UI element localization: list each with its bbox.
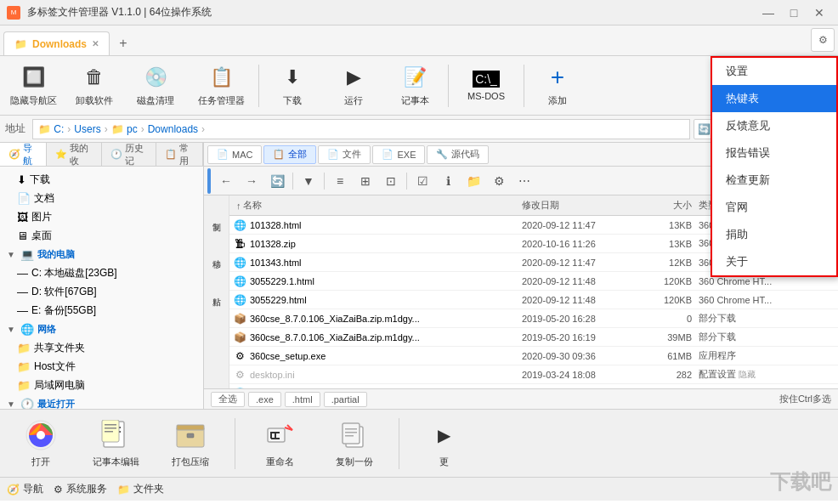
path-item-downloads[interactable]: Downloads bbox=[148, 123, 198, 135]
rename-button[interactable]: 重命名 bbox=[246, 414, 314, 473]
select-button[interactable]: ☑ bbox=[411, 170, 434, 192]
file-row[interactable]: 📦360cse_8.7.0.106_XiaZaiBa.zip.m1dgy... … bbox=[229, 328, 838, 347]
history-icon: 🕐 bbox=[110, 149, 122, 160]
add-tab-button[interactable]: + bbox=[113, 33, 133, 54]
more-bottom-button[interactable]: ▶ 更 bbox=[410, 414, 478, 473]
tree-section-network[interactable]: ▼ 🌐 网络 bbox=[0, 320, 203, 338]
path-item-c[interactable]: 📁 C: bbox=[38, 123, 64, 135]
col-size-header[interactable]: 大小 bbox=[641, 199, 692, 212]
window-controls: — □ ✕ bbox=[756, 3, 831, 22]
tree-section-recent[interactable]: ▼ 🕐 最近打开 bbox=[0, 394, 203, 409]
content-tab-file[interactable]: 📄 文件 bbox=[318, 145, 371, 164]
view-button[interactable]: ⊞ bbox=[354, 170, 377, 192]
add-button[interactable]: + 添加 bbox=[528, 59, 587, 112]
disk-clean-button[interactable]: 💿 磁盘清理 bbox=[126, 59, 185, 112]
file-row[interactable]: 📦360cse_8.7.0.106_XiaZaiBa.zip.m1dgy... … bbox=[229, 309, 838, 328]
content-tab-mac[interactable]: 📄 MAC bbox=[207, 145, 262, 164]
close-button[interactable]: ✕ bbox=[807, 3, 831, 22]
dropdown-item-website[interactable]: 官网 bbox=[712, 194, 836, 221]
filter-partial-button[interactable]: .partial bbox=[324, 392, 367, 407]
file-row[interactable]: 🌐3055229.html 2020-09-12 11:48 120KB 360… bbox=[229, 291, 838, 309]
file-name-text: 101343.html bbox=[250, 258, 302, 268]
copy-one-button[interactable]: 复制一份 bbox=[320, 414, 388, 473]
nav-bar-item-sys[interactable]: ⚙ 系统服务 bbox=[54, 482, 107, 496]
notepad-edit-button[interactable]: 记事本编辑 bbox=[82, 414, 150, 473]
tree-item-images[interactable]: 🖼 图片 bbox=[0, 207, 203, 226]
content-tab-source[interactable]: 🔧 源代码 bbox=[427, 145, 489, 164]
tree-item-docs[interactable]: 📄 文档 bbox=[0, 189, 203, 207]
archive-button[interactable]: 打包压缩 bbox=[156, 414, 224, 473]
dropdown-item-about[interactable]: 关于 bbox=[712, 248, 836, 275]
settings-icon[interactable]: ⚙ bbox=[811, 28, 835, 52]
tree-item-drive-c[interactable]: — C: 本地磁盘[23GB] bbox=[0, 263, 203, 282]
content-tab-all[interactable]: 📋 全部 bbox=[263, 145, 316, 164]
properties-button[interactable]: ℹ bbox=[436, 170, 460, 192]
file-row[interactable]: ⚙desktop.ini 2019-03-24 18:08 282 配置设置 隐… bbox=[229, 365, 838, 384]
move-action-button[interactable]: 移动 bbox=[207, 236, 227, 270]
nav-bar-item-nav[interactable]: 🧭 导航 bbox=[7, 482, 43, 496]
tree-item-drive-d[interactable]: — D: 软件[67GB] bbox=[0, 282, 203, 301]
filter-button[interactable]: ▼ bbox=[297, 170, 320, 192]
back-button[interactable]: ← bbox=[214, 170, 238, 192]
dropdown-item-update[interactable]: 检查更新 bbox=[712, 167, 836, 194]
run-button[interactable]: ▶ 运行 bbox=[324, 59, 383, 112]
copy-action-button[interactable]: 复制 bbox=[207, 199, 227, 233]
filter-exe-button[interactable]: .exe bbox=[248, 392, 281, 407]
dropdown-item-settings[interactable]: 设置 bbox=[712, 58, 836, 85]
path-sep2: › bbox=[105, 123, 108, 135]
minimize-button[interactable]: — bbox=[756, 3, 780, 22]
tree-item-hosts[interactable]: 📁 Host文件 bbox=[0, 357, 203, 376]
dropdown-item-hotkeys[interactable]: 热键表 bbox=[712, 85, 836, 112]
path-item-users[interactable]: Users bbox=[74, 123, 100, 135]
file-type: 360 Chrome HT... bbox=[692, 276, 835, 286]
tree-section-mypc[interactable]: ▼ 💻 我的电脑 bbox=[0, 245, 203, 263]
open-bottom-button[interactable]: 打开 bbox=[7, 414, 75, 473]
sidebar-tab-common[interactable]: 📋 常用 bbox=[156, 143, 203, 166]
my-label: 我的收 bbox=[70, 143, 93, 167]
title-bar-left: M 多标签文件管理器 V1.1.0 | 64位操作系统 bbox=[7, 5, 212, 20]
file-row[interactable]: ⚙360cse_setup.exe 2020-09-30 09:36 61MB … bbox=[229, 347, 838, 365]
download-button[interactable]: ⬇ 下载 bbox=[263, 59, 322, 112]
settings2-button[interactable]: ⚙ bbox=[487, 170, 511, 192]
col-date-header[interactable]: 修改日期 bbox=[522, 199, 641, 212]
new-folder-button[interactable]: 📁 bbox=[461, 170, 485, 192]
msdos-button[interactable]: C:\_ MS-DOS bbox=[452, 59, 520, 112]
dropdown-item-report[interactable]: 报告错误 bbox=[712, 139, 836, 167]
tree-item-desktop[interactable]: 🖥 桌面 bbox=[0, 226, 203, 245]
tree-item-lan[interactable]: 📁 局域网电脑 bbox=[0, 376, 203, 394]
sidebar-tab-history[interactable]: 🕐 历史记 bbox=[102, 143, 157, 166]
address-path[interactable]: 📁 C: › Users › 📁 pc › Downloads › bbox=[32, 119, 690, 139]
nav-bar-item-file[interactable]: 📁 文件夹 bbox=[117, 482, 164, 496]
tree-item-lan-label: 局域网电脑 bbox=[34, 378, 85, 393]
path-item-pc[interactable]: 📁 pc bbox=[111, 123, 138, 135]
paste-action-button[interactable]: 粘贴 bbox=[207, 274, 227, 308]
col-name-header[interactable]: ↑ 名称 bbox=[233, 199, 522, 212]
task-mgr-button[interactable]: 📋 任务管理器 bbox=[187, 59, 255, 112]
content-tab-exe[interactable]: 📄 EXE bbox=[372, 145, 425, 164]
tree-item-drive-e[interactable]: — E: 备份[55GB] bbox=[0, 301, 203, 320]
tree-item-shared[interactable]: 📁 共享文件夹 bbox=[0, 338, 203, 357]
dropdown-item-feedback[interactable]: 反馈意见 bbox=[712, 112, 836, 139]
file-type: 应用程序 bbox=[692, 349, 835, 362]
refresh-button[interactable]: 🔄 bbox=[265, 170, 289, 192]
tree-item-download[interactable]: ⬇ 下载 bbox=[0, 170, 203, 189]
select-all-button[interactable]: 全选 bbox=[211, 392, 245, 407]
filter-html-button[interactable]: .html bbox=[285, 392, 320, 407]
recent-expand-icon: ▼ bbox=[7, 399, 17, 409]
file-tab-label: 文件 bbox=[343, 148, 361, 161]
nav-bar-file-label: 文件夹 bbox=[133, 482, 164, 496]
sidebar-tab-nav[interactable]: 🧭 导航 bbox=[0, 143, 47, 166]
tab-close-icon[interactable]: ✕ bbox=[92, 39, 99, 48]
dropdown-item-donate[interactable]: 捐助 bbox=[712, 221, 836, 248]
hide-nav-button[interactable]: 🔲 隐藏导航区 bbox=[3, 59, 63, 112]
cols-button[interactable]: ⊡ bbox=[379, 170, 403, 192]
sidebar-tab-my[interactable]: ⭐ 我的收 bbox=[47, 143, 102, 166]
notepad-button[interactable]: 📝 记事本 bbox=[385, 59, 444, 112]
forward-button[interactable]: → bbox=[240, 170, 263, 192]
uninstall-button[interactable]: 🗑 卸载软件 bbox=[65, 59, 124, 112]
more-button[interactable]: ⋯ bbox=[512, 170, 536, 192]
maximize-button[interactable]: □ bbox=[782, 3, 806, 22]
file-date: 2019-05-20 16:19 bbox=[522, 332, 641, 343]
tab-downloads[interactable]: 📁 Downloads ✕ bbox=[3, 31, 110, 55]
sort-button[interactable]: ≡ bbox=[328, 170, 352, 192]
